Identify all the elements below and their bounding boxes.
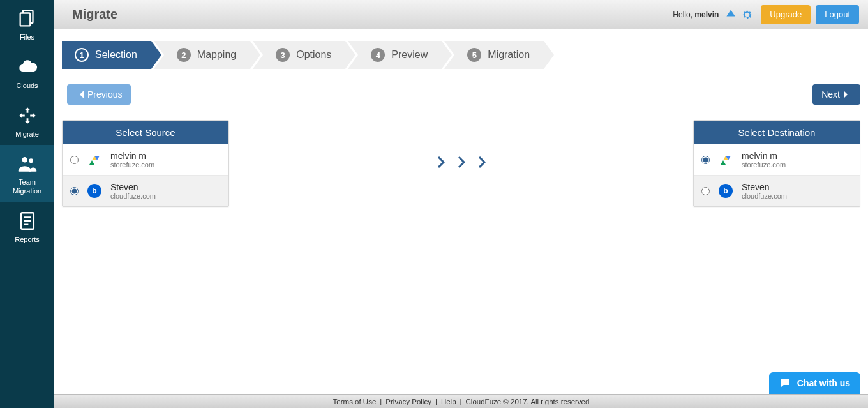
transfer-arrows-icon <box>433 155 490 170</box>
gdrive-icon <box>717 151 734 168</box>
account-domain: storefuze.com <box>742 161 786 169</box>
box-icon: b <box>717 183 734 199</box>
sidebar-item-files[interactable]: Files <box>0 0 54 49</box>
destination-radio[interactable] <box>701 156 710 164</box>
account-name: Steven <box>742 182 787 192</box>
wizard-steps: 1 Selection 2 Mapping 3 Options 4 Previe… <box>62 41 860 69</box>
step-mapping[interactable]: 2 Mapping <box>154 41 250 69</box>
reports-icon <box>17 210 38 232</box>
sidebar-item-label: Team Migration <box>0 178 54 196</box>
destination-panel: Select Destination melvin m storefuze.co… <box>693 120 860 207</box>
step-options[interactable]: 3 Options <box>253 41 345 69</box>
step-label: Mapping <box>197 49 236 61</box>
destination-row[interactable]: melvin m storefuze.com <box>694 144 860 175</box>
chevron-right-icon <box>842 90 849 99</box>
main: Migrate Hello, melvin Upgrade Logout 1 S… <box>54 0 868 408</box>
gdrive-icon <box>86 151 103 168</box>
sidebar-item-label: Migrate <box>0 130 54 139</box>
content: 1 Selection 2 Mapping 3 Options 4 Previe… <box>54 29 868 394</box>
chat-widget[interactable]: Chat with us <box>769 372 860 394</box>
previous-label: Previous <box>87 89 122 100</box>
destination-radio[interactable] <box>701 187 710 195</box>
footer-privacy-link[interactable]: Privacy Policy <box>385 398 431 405</box>
sidebar-item-clouds[interactable]: Clouds <box>0 49 54 97</box>
settings-icon[interactable] <box>740 8 754 22</box>
footer-copyright: CloudFuze © 2017. All rights reserved <box>466 398 590 405</box>
account-domain: cloudfuze.com <box>110 192 156 200</box>
chat-label: Chat with us <box>797 378 850 388</box>
footer: Terms of Use | Privacy Policy | Help | C… <box>54 394 868 408</box>
sidebar-item-migrate[interactable]: Migrate <box>0 97 54 146</box>
page-title: Migrate <box>72 7 117 22</box>
topbar: Migrate Hello, melvin Upgrade Logout <box>54 0 868 29</box>
box-icon: b <box>86 183 103 199</box>
chevron-left-icon <box>79 90 85 99</box>
svg-point-3 <box>29 159 33 163</box>
account-name: Steven <box>110 182 156 192</box>
svg-rect-1 <box>20 13 30 26</box>
step-selection[interactable]: 1 Selection <box>62 41 151 69</box>
sidebar-item-team-migration[interactable]: Team Migration <box>0 145 54 202</box>
brand-icon[interactable] <box>724 8 738 22</box>
svg-text:b: b <box>92 186 96 195</box>
account-domain: cloudfuze.com <box>742 192 787 200</box>
sidebar-item-label: Reports <box>0 236 54 245</box>
panels: Select Source melvin m storefuze.com b <box>62 120 860 207</box>
step-label: Migration <box>488 49 530 61</box>
previous-button[interactable]: Previous <box>67 84 131 105</box>
source-row[interactable]: b Steven cloudfuze.com <box>63 175 228 206</box>
step-number: 3 <box>276 48 290 62</box>
next-label: Next <box>821 89 840 100</box>
upgrade-button[interactable]: Upgrade <box>761 5 811 24</box>
source-header: Select Source <box>63 121 228 144</box>
sidebar: Files Clouds Migrate Team Migration Repo… <box>0 0 54 408</box>
step-number: 5 <box>467 48 481 62</box>
migrate-icon <box>17 105 38 126</box>
account-name: melvin m <box>110 151 154 161</box>
source-radio[interactable] <box>70 187 79 195</box>
destination-row[interactable]: b Steven cloudfuze.com <box>694 175 860 206</box>
source-row[interactable]: melvin m storefuze.com <box>63 144 228 175</box>
source-panel: Select Source melvin m storefuze.com b <box>62 120 229 207</box>
footer-tos-link[interactable]: Terms of Use <box>333 398 377 405</box>
step-label: Preview <box>391 49 428 61</box>
step-number: 4 <box>371 48 385 62</box>
chat-icon <box>779 377 791 389</box>
step-number: 1 <box>75 48 89 62</box>
svg-text:b: b <box>723 186 728 195</box>
destination-header: Select Destination <box>694 121 860 144</box>
account-domain: storefuze.com <box>110 161 154 169</box>
step-number: 2 <box>177 48 191 62</box>
sidebar-item-reports[interactable]: Reports <box>0 202 54 251</box>
step-label: Options <box>296 49 331 61</box>
footer-help-link[interactable]: Help <box>441 398 456 405</box>
wizard-nav: Previous Next <box>62 84 860 105</box>
next-button[interactable]: Next <box>812 84 860 105</box>
team-icon <box>17 153 38 174</box>
account-name: melvin m <box>742 151 786 161</box>
logout-button[interactable]: Logout <box>816 5 859 24</box>
files-icon <box>17 8 38 29</box>
step-migration[interactable]: 5 Migration <box>444 41 544 69</box>
step-label: Selection <box>95 49 137 61</box>
source-radio[interactable] <box>70 156 79 164</box>
sidebar-item-label: Clouds <box>0 82 54 91</box>
sidebar-item-label: Files <box>0 33 54 42</box>
greeting-prefix: Hello, <box>673 10 694 19</box>
greeting: Hello, melvin <box>673 10 719 19</box>
cloud-icon <box>17 56 38 78</box>
greeting-username: melvin <box>694 10 719 19</box>
svg-point-2 <box>22 157 27 163</box>
step-preview[interactable]: 4 Preview <box>348 41 442 69</box>
